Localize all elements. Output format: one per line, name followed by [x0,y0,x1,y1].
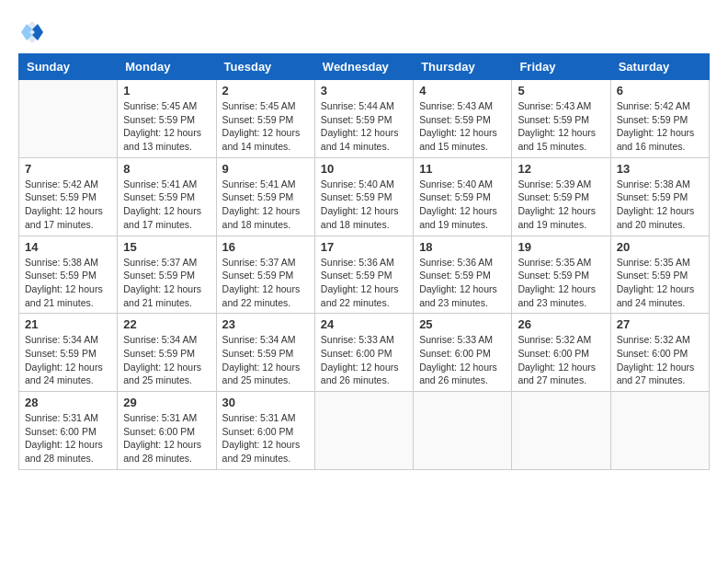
day-info: Sunrise: 5:40 AMSunset: 5:59 PMDaylight:… [321,178,407,232]
day-info: Sunrise: 5:45 AMSunset: 5:59 PMDaylight:… [123,99,210,154]
calendar-cell: 1Sunrise: 5:45 AMSunset: 5:59 PMDaylight… [118,80,216,158]
day-number: 10 [321,162,407,176]
calendar-cell: 21Sunrise: 5:34 AMSunset: 5:59 PMDayligh… [19,314,118,392]
day-number: 16 [222,240,309,254]
day-number: 20 [617,240,703,254]
day-info: Sunrise: 5:33 AMSunset: 6:00 PMDaylight:… [419,333,506,387]
day-info: Sunrise: 5:42 AMSunset: 5:59 PMDaylight:… [25,178,111,232]
day-info: Sunrise: 5:37 AMSunset: 5:59 PMDaylight:… [123,256,210,310]
day-number: 2 [222,84,309,98]
calendar-cell: 9Sunrise: 5:41 AMSunset: 5:59 PMDaylight… [216,157,314,236]
day-number: 6 [617,84,703,98]
calendar-cell: 25Sunrise: 5:33 AMSunset: 6:00 PMDayligh… [414,314,512,392]
calendar-cell: 10Sunrise: 5:40 AMSunset: 5:59 PMDayligh… [314,157,413,236]
calendar-header-sunday: Sunday [19,54,118,80]
day-number: 21 [25,317,111,331]
calendar-cell [19,80,118,158]
calendar-week-row: 7Sunrise: 5:42 AMSunset: 5:59 PMDaylight… [19,157,710,236]
day-number: 25 [419,317,506,331]
calendar-header-thursday: Thursday [414,54,512,80]
calendar-cell: 19Sunrise: 5:35 AMSunset: 5:59 PMDayligh… [512,236,610,314]
day-info: Sunrise: 5:43 AMSunset: 5:59 PMDaylight:… [419,99,506,154]
day-info: Sunrise: 5:33 AMSunset: 6:00 PMDaylight:… [321,333,407,387]
day-number: 14 [25,240,111,254]
calendar-header-row: SundayMondayTuesdayWednesdayThursdayFrid… [19,54,710,80]
day-info: Sunrise: 5:35 AMSunset: 5:59 PMDaylight:… [518,256,604,310]
day-number: 30 [222,396,309,409]
day-info: Sunrise: 5:38 AMSunset: 5:59 PMDaylight:… [25,256,111,310]
day-info: Sunrise: 5:42 AMSunset: 5:59 PMDaylight:… [617,99,703,154]
calendar-week-row: 14Sunrise: 5:38 AMSunset: 5:59 PMDayligh… [19,236,710,314]
day-number: 27 [617,317,703,331]
calendar-header-saturday: Saturday [610,54,709,80]
calendar-cell [610,392,709,470]
day-number: 18 [419,240,506,254]
day-number: 17 [321,240,407,254]
day-number: 5 [518,84,604,98]
day-info: Sunrise: 5:34 AMSunset: 5:59 PMDaylight:… [222,333,309,387]
calendar-cell: 22Sunrise: 5:34 AMSunset: 5:59 PMDayligh… [118,314,216,392]
day-info: Sunrise: 5:34 AMSunset: 5:59 PMDaylight:… [123,333,210,387]
calendar-week-row: 28Sunrise: 5:31 AMSunset: 6:00 PMDayligh… [19,392,710,470]
calendar-cell: 23Sunrise: 5:34 AMSunset: 5:59 PMDayligh… [216,314,314,392]
calendar-cell: 29Sunrise: 5:31 AMSunset: 6:00 PMDayligh… [118,392,216,470]
calendar-cell [512,392,610,470]
calendar-cell: 2Sunrise: 5:45 AMSunset: 5:59 PMDaylight… [216,80,314,158]
day-number: 19 [518,240,604,254]
logo-icon [18,18,46,46]
day-info: Sunrise: 5:32 AMSunset: 6:00 PMDaylight:… [518,333,604,387]
calendar-cell: 7Sunrise: 5:42 AMSunset: 5:59 PMDaylight… [19,157,118,236]
day-number: 4 [419,84,506,98]
day-number: 23 [222,317,309,331]
page-header [18,18,710,46]
day-number: 22 [123,317,210,331]
calendar-table: SundayMondayTuesdayWednesdayThursdayFrid… [18,53,710,470]
calendar-cell: 12Sunrise: 5:39 AMSunset: 5:59 PMDayligh… [512,157,610,236]
day-info: Sunrise: 5:31 AMSunset: 6:00 PMDaylight:… [222,411,309,465]
calendar-cell: 13Sunrise: 5:38 AMSunset: 5:59 PMDayligh… [610,157,709,236]
calendar-cell [314,392,413,470]
day-info: Sunrise: 5:40 AMSunset: 5:59 PMDaylight:… [419,178,506,232]
calendar-header-wednesday: Wednesday [314,54,413,80]
day-number: 7 [25,162,111,176]
calendar-cell: 5Sunrise: 5:43 AMSunset: 5:59 PMDaylight… [512,80,610,158]
day-number: 29 [123,396,210,409]
day-info: Sunrise: 5:34 AMSunset: 5:59 PMDaylight:… [25,333,111,387]
calendar-week-row: 21Sunrise: 5:34 AMSunset: 5:59 PMDayligh… [19,314,710,392]
logo [18,18,50,46]
calendar-cell: 4Sunrise: 5:43 AMSunset: 5:59 PMDaylight… [414,80,512,158]
day-info: Sunrise: 5:36 AMSunset: 5:59 PMDaylight:… [419,256,506,310]
day-info: Sunrise: 5:45 AMSunset: 5:59 PMDaylight:… [222,99,309,154]
calendar-cell: 26Sunrise: 5:32 AMSunset: 6:00 PMDayligh… [512,314,610,392]
day-info: Sunrise: 5:38 AMSunset: 5:59 PMDaylight:… [617,178,703,232]
day-info: Sunrise: 5:36 AMSunset: 5:59 PMDaylight:… [321,256,407,310]
calendar-cell: 8Sunrise: 5:41 AMSunset: 5:59 PMDaylight… [118,157,216,236]
day-info: Sunrise: 5:41 AMSunset: 5:59 PMDaylight:… [123,178,210,232]
calendar-week-row: 1Sunrise: 5:45 AMSunset: 5:59 PMDaylight… [19,80,710,158]
day-info: Sunrise: 5:31 AMSunset: 6:00 PMDaylight:… [123,411,210,465]
calendar-cell: 27Sunrise: 5:32 AMSunset: 6:00 PMDayligh… [610,314,709,392]
day-number: 13 [617,162,703,176]
calendar-cell: 11Sunrise: 5:40 AMSunset: 5:59 PMDayligh… [414,157,512,236]
day-number: 26 [518,317,604,331]
calendar-header-tuesday: Tuesday [216,54,314,80]
calendar-cell: 3Sunrise: 5:44 AMSunset: 5:59 PMDaylight… [314,80,413,158]
calendar-cell: 17Sunrise: 5:36 AMSunset: 5:59 PMDayligh… [314,236,413,314]
day-info: Sunrise: 5:31 AMSunset: 6:00 PMDaylight:… [25,411,111,465]
calendar-cell: 20Sunrise: 5:35 AMSunset: 5:59 PMDayligh… [610,236,709,314]
calendar-cell: 28Sunrise: 5:31 AMSunset: 6:00 PMDayligh… [19,392,118,470]
calendar-header-friday: Friday [512,54,610,80]
day-number: 11 [419,162,506,176]
day-number: 1 [123,84,210,98]
day-info: Sunrise: 5:44 AMSunset: 5:59 PMDaylight:… [321,99,407,154]
day-info: Sunrise: 5:32 AMSunset: 6:00 PMDaylight:… [617,333,703,387]
day-info: Sunrise: 5:35 AMSunset: 5:59 PMDaylight:… [617,256,703,310]
day-info: Sunrise: 5:43 AMSunset: 5:59 PMDaylight:… [518,99,604,154]
calendar-cell [414,392,512,470]
calendar-cell: 6Sunrise: 5:42 AMSunset: 5:59 PMDaylight… [610,80,709,158]
day-number: 28 [25,396,111,409]
calendar-cell: 18Sunrise: 5:36 AMSunset: 5:59 PMDayligh… [414,236,512,314]
day-number: 9 [222,162,309,176]
calendar-cell: 15Sunrise: 5:37 AMSunset: 5:59 PMDayligh… [118,236,216,314]
day-info: Sunrise: 5:41 AMSunset: 5:59 PMDaylight:… [222,178,309,232]
